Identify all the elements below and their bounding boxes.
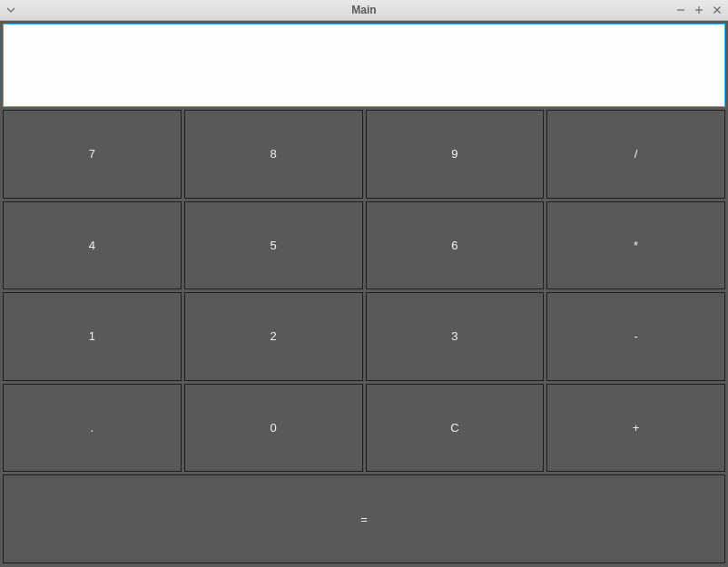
key-0[interactable]: 0 xyxy=(184,384,363,473)
key-2[interactable]: 2 xyxy=(184,292,363,381)
key-equals[interactable]: = xyxy=(3,474,725,563)
key-3[interactable]: 3 xyxy=(366,292,545,381)
keypad: 7 8 9 / 4 5 6 * 1 2 3 - . 0 C + = xyxy=(3,110,725,563)
key-clear[interactable]: C xyxy=(366,384,545,473)
key-add[interactable]: + xyxy=(546,384,725,473)
key-dot[interactable]: . xyxy=(3,384,182,473)
key-7[interactable]: 7 xyxy=(3,110,182,199)
key-divide[interactable]: / xyxy=(546,110,725,199)
key-1[interactable]: 1 xyxy=(3,292,182,381)
close-icon[interactable] xyxy=(712,5,723,15)
key-4[interactable]: 4 xyxy=(3,201,182,290)
display-input[interactable] xyxy=(3,24,725,107)
minimize-icon[interactable] xyxy=(675,5,686,15)
calculator-app: 7 8 9 / 4 5 6 * 1 2 3 - . 0 C + = xyxy=(0,21,728,567)
window-title: Main xyxy=(0,4,728,16)
key-5[interactable]: 5 xyxy=(184,201,363,290)
window-menu-icon[interactable] xyxy=(5,5,16,15)
maximize-icon[interactable] xyxy=(694,5,704,15)
window-titlebar: Main xyxy=(0,0,728,21)
key-subtract[interactable]: - xyxy=(546,292,725,381)
key-9[interactable]: 9 xyxy=(366,110,545,199)
key-8[interactable]: 8 xyxy=(184,110,363,199)
key-multiply[interactable]: * xyxy=(546,201,725,290)
key-6[interactable]: 6 xyxy=(366,201,545,290)
